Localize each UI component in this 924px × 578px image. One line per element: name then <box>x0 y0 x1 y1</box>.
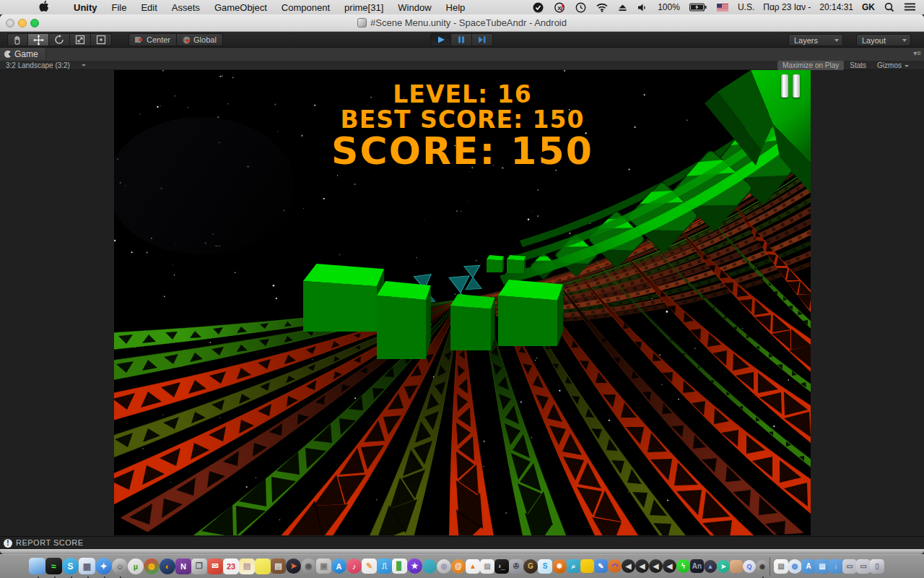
spotlight-search-icon[interactable] <box>884 2 894 12</box>
menu-item-assets[interactable]: Assets <box>165 2 207 13</box>
dock-icon-folder-apps[interactable]: A <box>801 559 816 574</box>
rotate-tool-button[interactable] <box>49 33 70 46</box>
menubar-date[interactable]: Παρ 23 Ιαν - <box>763 2 811 12</box>
dock-icon-firefox[interactable]: ◐ <box>160 558 175 574</box>
dock-icon-duck[interactable] <box>580 559 594 573</box>
input-source-label[interactable]: U.S. <box>738 2 754 12</box>
unity-status-bar[interactable]: ! REPORT SCORE <box>0 536 924 549</box>
menu-item-file[interactable]: File <box>105 2 134 13</box>
dock-icon-flip-player[interactable]: ◀ <box>635 559 649 573</box>
dock-icon-terminal[interactable]: ›_ <box>494 559 509 574</box>
dock-icon-app-store[interactable]: A <box>331 558 346 574</box>
volume-icon[interactable] <box>637 3 648 12</box>
dock-icon-screenshot-file[interactable]: ▭ <box>856 559 871 574</box>
menu-item-window[interactable]: Window <box>391 2 438 13</box>
menu-item-edit[interactable]: Edit <box>134 2 164 13</box>
apple-menu-icon[interactable] <box>39 1 49 14</box>
dock-icon-portrait[interactable] <box>730 560 743 573</box>
dock-icon-grapher[interactable]: ✇ <box>509 559 523 574</box>
dock-icon-pages[interactable]: ✎ <box>362 558 377 574</box>
dock-icon-star-purple[interactable]: ★ <box>407 558 422 574</box>
dock-icon-documents-stack[interactable]: ▤ <box>774 559 788 574</box>
panel-menu-icon[interactable]: ▾≡ <box>913 49 921 57</box>
rect-tool-button[interactable] <box>91 33 112 46</box>
dock-icon-safari[interactable]: ✦ <box>95 558 112 574</box>
pause-button[interactable] <box>451 33 472 46</box>
dock-icon-blender[interactable]: ❋ <box>552 559 567 574</box>
dock-icon-notes[interactable]: ▤ <box>239 558 255 574</box>
maximize-on-play-toggle[interactable]: Maximize on Play <box>777 61 844 70</box>
menu-item-help[interactable]: Help <box>439 2 473 13</box>
dock-icon-trash[interactable]: ▯ <box>870 559 884 574</box>
eject-icon[interactable] <box>618 3 627 12</box>
dock-icon-rocket-app[interactable]: ➤ <box>286 558 301 574</box>
dock-icon-unity-cube[interactable]: ❒ <box>191 558 207 574</box>
move-tool-button[interactable] <box>28 33 49 46</box>
dock-icon-garageband[interactable]: G <box>523 559 538 574</box>
notification-center-icon[interactable] <box>905 3 915 12</box>
dock-icon-mail-red[interactable]: ✉ <box>207 558 223 574</box>
play-button[interactable] <box>430 33 451 46</box>
time-machine-icon[interactable] <box>575 2 586 13</box>
layers-dropdown[interactable]: Layers <box>788 34 843 46</box>
menu-item-gameobject[interactable]: GameObject <box>207 2 274 13</box>
dock-icon-domain-search[interactable]: ⌕ <box>567 559 580 573</box>
dock-icon-finder[interactable] <box>29 558 45 574</box>
dock-icon-keynote[interactable]: ⎍ <box>377 558 392 574</box>
step-button[interactable] <box>472 33 493 46</box>
dock-icon-contacts[interactable]: ☺ <box>112 558 128 574</box>
dock-icon-calendar[interactable]: 23 <box>223 558 239 574</box>
menu-item-unity[interactable]: Unity <box>66 2 105 13</box>
layout-dropdown[interactable]: Layout <box>856 34 911 46</box>
battery-icon[interactable] <box>689 3 707 12</box>
dock-icon-sketch[interactable]: S <box>538 559 552 574</box>
menu-item-component[interactable]: Component <box>274 2 337 13</box>
dock-icon-onenote[interactable]: N <box>175 558 191 574</box>
scale-tool-button[interactable] <box>70 33 91 46</box>
aspect-ratio-dropdown[interactable]: 3:2 Landscape (3:2) <box>6 61 70 70</box>
dock-icon-webcam[interactable]: ◉ <box>756 560 769 573</box>
dock-icon-flip-player[interactable]: ◀ <box>622 559 635 573</box>
dock-icon-skype[interactable]: S <box>62 558 79 574</box>
dock-icon-pyramid[interactable]: ▲ <box>704 560 717 573</box>
dock-icon-traffic-cone-vlc[interactable]: ▲ <box>466 559 480 574</box>
console-message[interactable]: REPORT SCORE <box>16 538 84 547</box>
dock-icon-disc[interactable]: ◎ <box>437 559 451 574</box>
user-menu[interactable]: GK <box>862 2 875 12</box>
dock-icon-textedit[interactable]: ▤ <box>480 559 494 574</box>
dock-icon-swirl-orange[interactable]: @ <box>451 559 466 574</box>
stats-toggle[interactable]: Stats <box>845 61 871 70</box>
dock-icon-photos-gray[interactable]: ▣ <box>316 558 331 574</box>
dock-icon-camera-gray[interactable]: ◉ <box>301 558 316 574</box>
input-flag-icon[interactable] <box>717 4 728 12</box>
dock-icon-folder-docs[interactable]: ▤ <box>815 559 829 574</box>
space-mode-button[interactable]: Global <box>177 33 223 46</box>
dock-icon-utorrent[interactable]: µ <box>128 558 144 574</box>
pivot-mode-button[interactable]: Center <box>128 33 177 46</box>
dock-icon-teal-rocket[interactable]: ➤ <box>717 560 730 573</box>
menu-item-prime31[interactable]: prime[31] <box>337 2 391 13</box>
dock-icon-itunes[interactable]: ♪ <box>346 558 362 574</box>
hand-tool-button[interactable] <box>7 33 28 46</box>
game-pause-button[interactable] <box>781 74 801 98</box>
dock-icon-notebook[interactable]: ▤ <box>271 558 286 574</box>
dock-icon-flip-player[interactable]: ◀ <box>663 559 676 573</box>
dock-icon-lightning-green[interactable]: ϟ <box>676 559 690 573</box>
dock-icon-activity-monitor[interactable]: ≈ <box>45 558 62 574</box>
menubar-clock[interactable]: 20:14:31 <box>819 2 853 12</box>
dock-icon-adobe-animate[interactable]: An <box>690 559 704 573</box>
shield-check-icon[interactable] <box>533 2 544 13</box>
dock-icon-stickies[interactable] <box>255 558 271 574</box>
unity-window-titlebar[interactable]: #Scene Menu.unity - SpaceTubeAndr - Andr… <box>0 14 924 32</box>
dock-icon-quicktime[interactable]: Q <box>743 560 756 573</box>
game-viewport[interactable]: LEVEL: 16 BEST SCORE: 150 SCORE: 150 <box>114 70 811 535</box>
dock-icon-screenshot-file[interactable]: ▭ <box>842 559 857 574</box>
dock-icon-chrome[interactable]: ◍ <box>144 558 160 574</box>
gizmos-dropdown[interactable]: Gizmos <box>872 61 914 70</box>
dock-icon-globe-teal[interactable] <box>422 559 437 574</box>
dock-icon-fire-headset[interactable]: ◠ <box>608 559 622 573</box>
sync-error-icon[interactable]: X <box>554 2 565 13</box>
dock-icon-folder-pencil[interactable]: ✎ <box>594 559 608 573</box>
dock-icon-folder-downloads[interactable]: ↓ <box>829 559 843 574</box>
dock-icon-numbers-chart[interactable]: ▊ <box>392 558 407 574</box>
